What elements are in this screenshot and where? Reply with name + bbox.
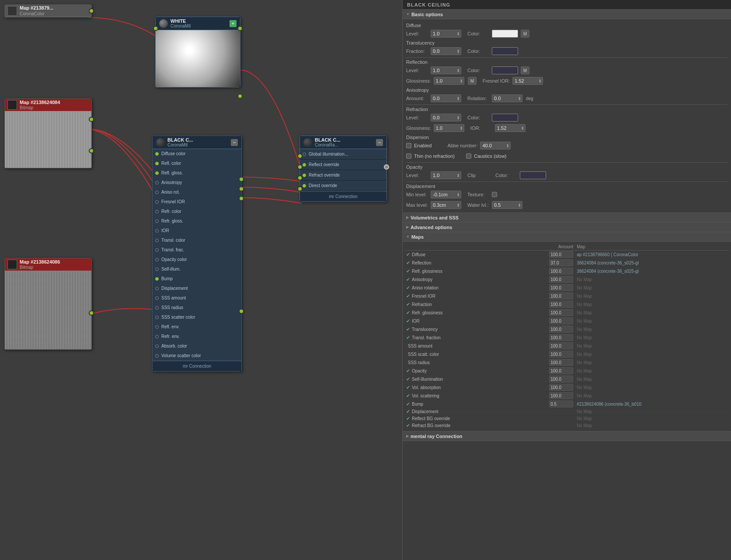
map-row-20[interactable]: ✔Reflect BG overrideNo Map [404, 415, 729, 422]
black-ray-socket-refract[interactable] [297, 175, 303, 181]
map-ref-14[interactable]: No Map [577, 369, 592, 373]
map-row-4[interactable]: ✔Aniso rotation100.0No Map [404, 284, 729, 292]
map-amount-1[interactable]: 37.0 [549, 259, 573, 266]
refl-m-btn[interactable]: M [521, 66, 529, 74]
map-node-2-connector-2[interactable] [89, 148, 94, 153]
refl-fresnel-spinner[interactable]: 1.52 [512, 77, 543, 85]
map-check-16[interactable]: ✔ [406, 385, 410, 390]
map-check-9[interactable]: ✔ [406, 327, 410, 332]
abbe-spinner[interactable]: 40.0 [480, 142, 511, 150]
disp-max-spinner[interactable]: 0.3cm [431, 201, 461, 209]
chan-item-8[interactable]: IOR [153, 226, 241, 236]
map-amount-9[interactable]: 100.0 [549, 326, 573, 333]
map-ref-11[interactable]: No Map [577, 344, 592, 348]
map-row-11[interactable]: SSS amount100.0No Map [404, 342, 729, 350]
map-check-20[interactable]: ✔ [406, 416, 410, 421]
map-ref-10[interactable]: No Map [577, 335, 592, 340]
white-mat-input-socket[interactable] [153, 26, 158, 31]
map-check-0[interactable]: ✔ [406, 252, 410, 257]
disp-texture-checkbox[interactable] [492, 192, 497, 197]
diffuse-m-btn[interactable]: M [521, 30, 529, 38]
black-ray-minus-btn[interactable]: − [376, 139, 383, 146]
black-chan-node[interactable]: BLACK C... CoronaMtl − Diffuse colorRefl… [152, 136, 242, 372]
black-chan-minus-btn[interactable]: − [231, 139, 238, 146]
mental-ray-header[interactable]: ▶ mental ray Connection [403, 431, 731, 441]
chan-item-3[interactable]: Anisotropy [153, 178, 241, 188]
black-ray-socket-gi[interactable] [297, 153, 303, 159]
map-amount-3[interactable]: 100.0 [549, 276, 573, 283]
caustics-checkbox[interactable] [466, 153, 471, 159]
map-check-21[interactable]: ✔ [406, 423, 410, 428]
map-ref-12[interactable]: No Map [577, 352, 592, 357]
maps-header[interactable]: ▼ Maps [403, 232, 731, 242]
chan-item-2[interactable]: Refl. gloss. [153, 168, 241, 178]
refr-level-spinner[interactable]: 0.0 [431, 114, 461, 122]
map-node-1-connector[interactable] [89, 8, 94, 14]
map-check-17[interactable]: ✔ [406, 393, 410, 398]
diffuse-level-spinner[interactable]: 1.0 [431, 30, 461, 38]
map-ref-4[interactable]: No Map [577, 285, 592, 290]
white-mat-socket-top[interactable] [237, 26, 243, 31]
black-ray-socket-direct[interactable] [297, 186, 303, 191]
aniso-amount-spinner[interactable]: 0.0 [431, 94, 461, 102]
map-row-3[interactable]: ✔Anisotropy100.0No Map [404, 275, 729, 284]
map-ref-1[interactable]: 38624084 (concrete-36_s025-gl [577, 261, 639, 265]
map-ref-17[interactable]: No Map [577, 393, 592, 398]
map-node-3[interactable]: Map #2138624086 Bitmap [4, 258, 92, 350]
map-ref-16[interactable]: No Map [577, 385, 592, 390]
map-row-18[interactable]: ✔Bump0.5#2138624086 (concrete-36_b010 [404, 400, 729, 408]
map-ref-3[interactable]: No Map [577, 277, 592, 282]
chan-item-10[interactable]: Transl. frac. [153, 245, 241, 255]
chan-item-15[interactable]: SSS amount [153, 293, 241, 303]
map-check-19[interactable]: ✔ [406, 409, 410, 414]
ray-chan-item-1[interactable]: Reflect override [300, 160, 386, 170]
map-amount-15[interactable]: 100.0 [549, 376, 573, 383]
chan-item-17[interactable]: SSS scatter color [153, 313, 241, 322]
map-ref-15[interactable]: No Map [577, 377, 592, 382]
map-ref-6[interactable]: No Map [577, 302, 592, 307]
map-row-17[interactable]: ✔Vol. scattering100.0No Map [404, 392, 729, 400]
chan-item-1[interactable]: Refl. color [153, 159, 241, 168]
black-chan-socket-refl[interactable] [239, 186, 244, 191]
map-node-2[interactable]: Map #2138624084 Bitmap [4, 98, 92, 168]
white-mat-node[interactable]: WHITE CoronaMtl + [155, 17, 240, 87]
black-chan-socket-reflgloss[interactable] [239, 196, 244, 201]
map-check-8[interactable]: ✔ [406, 318, 410, 323]
map-row-14[interactable]: ✔Opacity100.0No Map [404, 367, 729, 375]
map-amount-8[interactable]: 100.0 [549, 317, 573, 324]
map-row-21[interactable]: ✔Refract BG overrideNo Map [404, 422, 729, 429]
chan-item-9[interactable]: Transl. color [153, 236, 241, 245]
map-amount-0[interactable]: 100.0 [549, 251, 573, 258]
white-mat-add-btn[interactable]: + [230, 20, 237, 27]
black-chan-socket-diffuse[interactable] [239, 177, 244, 182]
map-row-5[interactable]: ✔Fresnel IOR100.0No Map [404, 292, 729, 300]
map-ref-5[interactable]: No Map [577, 294, 592, 299]
chan-item-14[interactable]: Displacement [153, 284, 241, 293]
chan-item-4[interactable]: Aniso rot. [153, 188, 241, 197]
map-row-15[interactable]: ✔Self-Illumination100.0No Map [404, 375, 729, 383]
refr-ior-spinner[interactable]: 1.52 [495, 124, 526, 132]
chan-item-19[interactable]: Refr. env. [153, 332, 241, 341]
map-ref-21[interactable]: No Map [577, 423, 592, 428]
chan-item-16[interactable]: SSS radius [153, 303, 241, 313]
refl-gloss-spinner[interactable]: 1.0 [434, 77, 464, 85]
volumetrics-header[interactable]: ▶ Volumetrics and SSS [403, 213, 731, 223]
map-amount-11[interactable]: 100.0 [549, 342, 573, 349]
map-node-2-connector[interactable] [89, 117, 94, 122]
map-check-5[interactable]: ✔ [406, 293, 410, 299]
chan-item-12[interactable]: Self-illum. [153, 264, 241, 274]
disp-min-spinner[interactable]: -0.1cm [431, 191, 461, 198]
map-check-15[interactable]: ✔ [406, 376, 410, 382]
chan-item-7[interactable]: Refr. gloss. [153, 216, 241, 226]
map-row-9[interactable]: ✔Translucency100.0No Map [404, 325, 729, 334]
map-amount-6[interactable]: 100.0 [549, 301, 573, 308]
black-chan-footer[interactable]: mr Connection [153, 361, 241, 371]
map-check-14[interactable]: ✔ [406, 368, 410, 373]
map-ref-2[interactable]: 38624084 (concrete-36_s025-gl [577, 269, 639, 274]
ray-chan-item-0[interactable]: Global illumination... [300, 149, 386, 160]
map-row-1[interactable]: ✔Reflection37.038624084 (concrete-36_s02… [404, 259, 729, 267]
black-chan-socket-bump[interactable] [239, 309, 244, 314]
opacity-color-box[interactable] [520, 171, 546, 179]
map-check-7[interactable]: ✔ [406, 310, 410, 315]
ray-chan-item-2[interactable]: Refract override [300, 170, 386, 181]
